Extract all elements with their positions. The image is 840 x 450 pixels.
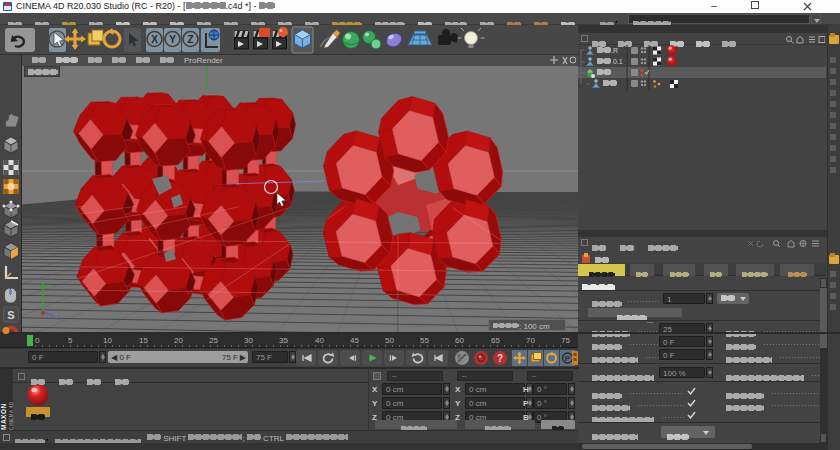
svg-text:S: S — [7, 309, 14, 321]
svg-text:Z: Z — [56, 314, 61, 321]
svg-text:P: P — [565, 354, 571, 363]
svg-text:X: X — [151, 34, 158, 45]
svg-text:Y: Y — [169, 34, 176, 45]
svg-text:?: ? — [497, 353, 503, 364]
svg-text:Z: Z — [187, 34, 193, 45]
svg-text:Y: Y — [48, 284, 53, 291]
